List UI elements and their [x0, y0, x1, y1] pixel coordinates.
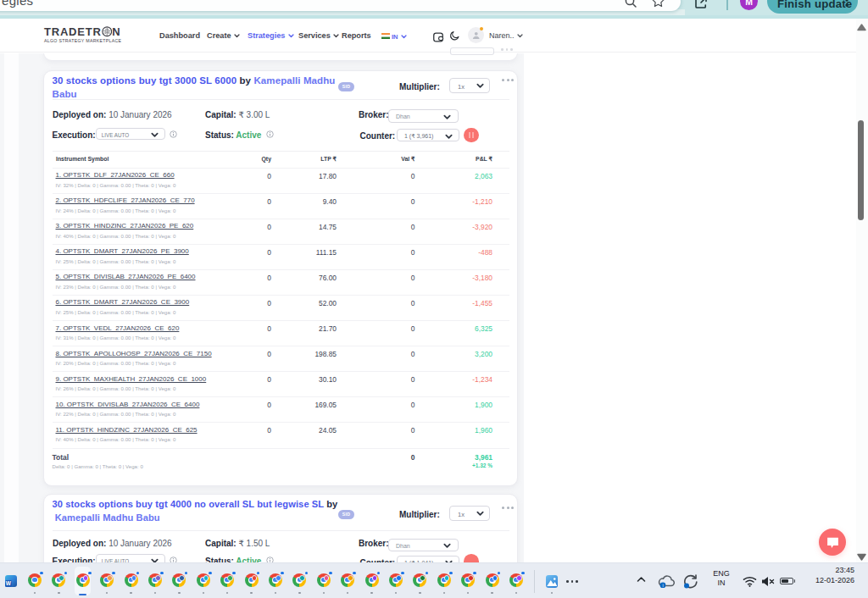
svg-text:i: i [662, 583, 663, 588]
